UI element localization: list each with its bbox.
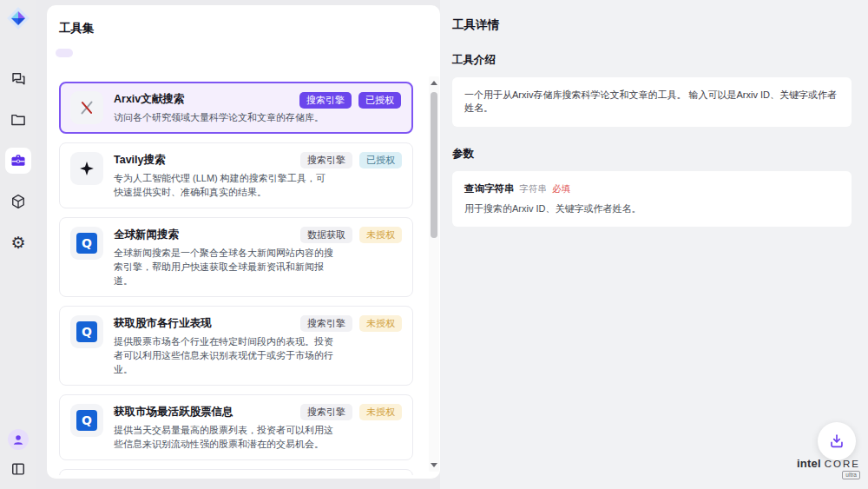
category-tab[interactable] — [102, 49, 120, 57]
tool-description: 全球新闻搜索是一个聚合全球各大新闻网站内容的搜索引擎，帮助用户快速获取全球最新资… — [114, 246, 334, 287]
juhe-data-logo-icon: Q — [76, 410, 97, 431]
param-required-badge: 必填 — [552, 183, 570, 195]
tool-category-badge: 数据获取 — [300, 227, 352, 243]
sidebar-bottom — [0, 429, 36, 479]
tool-description: 提供当天交易量最高的股票列表，投资者可以利用这些信息来识别流动性强的股票和潜在的… — [114, 423, 334, 451]
tool-description: 提供股票市场各个行业在特定时间段内的表现。投资者可以利用这些信息来识别表现优于或… — [114, 334, 334, 376]
tool-list-item[interactable]: Q Tavily搜索 专为人工智能代理 (LLM) 构建的搜索引擎工具，可快速提… — [59, 142, 413, 208]
scrollbar-thumb[interactable] — [431, 92, 437, 238]
param-description: 用于搜索的Arxiv ID、关键字或作者姓名。 — [464, 202, 839, 215]
scroll-up-arrow-icon[interactable] — [431, 81, 437, 85]
tool-description: 专为人工智能代理 (LLM) 构建的搜索引擎工具，可快速提供实时、准确和真实的结… — [114, 171, 334, 199]
app-logo-gem-icon — [5, 5, 31, 31]
tool-category-badge: 搜索引擎 — [300, 152, 352, 169]
category-tab[interactable] — [79, 49, 96, 57]
intel-wordmark: intel — [797, 457, 821, 470]
detail-title: 工具详情 — [452, 17, 852, 33]
tool-list-item[interactable]: Q 万维地区新闻查询 查询具体行政区划内的新闻，快速了解各地新闻动 搜索引擎 未… — [59, 469, 413, 475]
tool-icon: Q — [70, 152, 103, 185]
scroll-down-arrow-icon[interactable] — [431, 463, 437, 467]
param-type: 字符串 — [520, 183, 548, 195]
intro-heading: 工具介绍 — [452, 53, 852, 68]
tool-auth-badge: 未授权 — [359, 404, 402, 420]
tool-list-panel: 工具集 Q — [47, 5, 440, 479]
intro-text: 一个用于从Arxiv存储库搜索科学论文和文章的工具。 输入可以是Arxiv ID… — [464, 89, 839, 116]
tool-detail-panel: 工具详情 工具介绍 一个用于从Arxiv存储库搜索科学论文和文章的工具。 输入可… — [440, 0, 868, 489]
intro-card: 一个用于从Arxiv存储库搜索科学论文和文章的工具。 输入可以是Arxiv ID… — [452, 77, 852, 127]
download-button[interactable] — [818, 422, 856, 460]
tool-auth-badge: 未授权 — [359, 227, 402, 243]
sparkle-star-icon — [78, 160, 95, 177]
tool-list-item[interactable]: Q Arxiv文献搜索 访问各个研究领域大量科学论文和文章的存储库。 搜索引擎 … — [59, 82, 413, 134]
category-tab[interactable] — [126, 49, 143, 57]
tool-auth-badge: 未授权 — [359, 315, 402, 332]
param-card: 查询字符串 字符串 必填 用于搜索的Arxiv ID、关键字或作者姓名。 — [452, 171, 852, 227]
panel-collapse-icon[interactable] — [9, 459, 28, 479]
tool-list-item[interactable]: Q 获取股市各行业表现 提供股票市场各个行业在特定时间段内的表现。投资者可以利用… — [59, 306, 413, 386]
core-wordmark: CORE — [825, 459, 860, 469]
sidebar-nav: ⚙ — [5, 69, 31, 252]
tool-category-badge: 搜索引擎 — [299, 92, 352, 109]
juhe-data-logo-icon: Q — [76, 321, 97, 342]
tool-auth-badge: 已授权 — [359, 152, 402, 169]
category-tabs — [56, 49, 440, 57]
cube-icon[interactable] — [9, 192, 28, 211]
tool-icon: Q — [70, 404, 103, 437]
category-tab[interactable] — [56, 49, 73, 57]
scrollbar[interactable] — [429, 76, 439, 472]
gear-icon[interactable]: ⚙ — [9, 233, 28, 252]
ultra-badge: ultra — [842, 471, 860, 479]
params-heading: 参数 — [452, 147, 852, 162]
param-name: 查询字符串 — [464, 182, 515, 195]
arxiv-logo-icon — [77, 98, 96, 117]
download-icon — [827, 432, 846, 451]
user-avatar-icon[interactable] — [8, 429, 29, 450]
tool-icon: Q — [70, 315, 103, 348]
toolbox-icon[interactable] — [5, 148, 31, 174]
tool-category-badge: 搜索引擎 — [300, 315, 352, 332]
tool-list-item[interactable]: Q 获取市场最活跃股票信息 提供当天交易量最高的股票列表，投资者可以利用这些信息… — [59, 394, 413, 460]
chat-icon[interactable] — [9, 69, 28, 89]
page-title: 工具集 — [59, 21, 440, 36]
tool-description: 访问各个研究领域大量科学论文和文章的存储库。 — [114, 110, 334, 124]
tool-list: Q Arxiv文献搜索 访问各个研究领域大量科学论文和文章的存储库。 搜索引擎 … — [59, 82, 413, 475]
tool-icon: Q — [70, 91, 103, 124]
juhe-data-logo-icon: Q — [76, 233, 97, 254]
tool-category-badge: 搜索引擎 — [300, 404, 352, 420]
sidebar-rail: ⚙ — [0, 0, 36, 489]
intel-core-logo: intel CORE ultra — [797, 457, 860, 479]
tool-list-item[interactable]: Q 全球新闻搜索 全球新闻搜索是一个聚合全球各大新闻网站内容的搜索引擎，帮助用户… — [59, 217, 413, 297]
folder-icon[interactable] — [9, 110, 28, 129]
tool-icon: Q — [70, 227, 103, 260]
tool-auth-badge: 已授权 — [358, 92, 401, 109]
